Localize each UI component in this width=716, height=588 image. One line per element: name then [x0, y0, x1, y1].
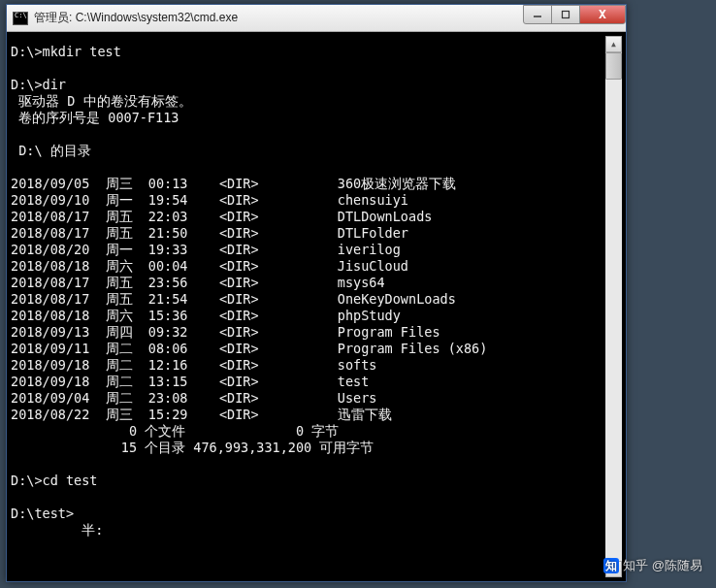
close-button[interactable]: X — [579, 5, 626, 24]
scrollbar-thumb[interactable] — [605, 52, 622, 80]
scroll-up-button[interactable]: ▲ — [605, 36, 622, 52]
svg-rect-1 — [563, 11, 570, 17]
vertical-scrollbar[interactable]: ▲ ▼ — [605, 36, 622, 577]
window-title: 管理员: C:\Windows\system32\cmd.exe — [34, 10, 524, 26]
terminal-area: D:\>mkdir test D:\>dir 驱动器 D 中的卷没有标签。 卷的… — [11, 36, 622, 577]
terminal-output[interactable]: D:\>mkdir test D:\>dir 驱动器 D 中的卷没有标签。 卷的… — [11, 36, 605, 577]
maximize-button[interactable] — [551, 5, 580, 24]
cmd-window: C:\. 管理员: C:\Windows\system32\cmd.exe X … — [6, 4, 627, 582]
window-controls: X — [524, 5, 626, 24]
watermark: 知 知乎 @陈随易 — [603, 557, 702, 574]
zhihu-logo-icon: 知 — [603, 558, 619, 573]
minimize-button[interactable] — [523, 5, 552, 24]
watermark-text: 知乎 @陈随易 — [623, 557, 702, 574]
app-icon: C:\. — [13, 12, 28, 25]
title-bar[interactable]: C:\. 管理员: C:\Windows\system32\cmd.exe X — [7, 5, 626, 32]
scrollbar-track[interactable] — [605, 52, 622, 561]
